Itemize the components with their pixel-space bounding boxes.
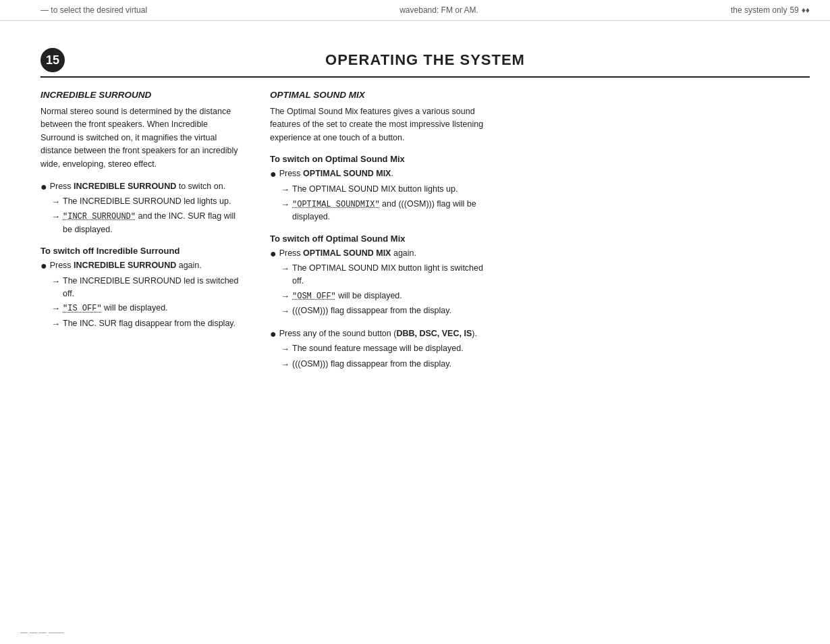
- arrow-sym-6: →: [281, 183, 289, 196]
- optimal-sound-mix-column: OPTIMAL SOUND MIX The Optimal Sound Mix …: [270, 90, 486, 373]
- top-center-text: waveband: FM or AM.: [399, 5, 478, 15]
- optimal-switch-on-text: Press OPTIMAL SOUND MIX.: [279, 167, 486, 180]
- optimal-arrow-1: → The OPTIMAL SOUND MIX button lights up…: [281, 183, 486, 196]
- page-number: 59: [790, 5, 798, 15]
- incredible-arrow-2: → "INCR SURROUND" and the INC. SUR flag …: [51, 210, 243, 236]
- arrow-sym-10: →: [281, 304, 289, 318]
- optimal-arrow-4: → "OSM OFF" will be displayed.: [281, 290, 486, 303]
- bullet-dot-1: ●: [40, 180, 47, 193]
- sound-buttons-bold: DBB, DSC, VEC, IS: [396, 329, 472, 338]
- optimal-switch-on-list: ● Press OPTIMAL SOUND MIX.: [270, 167, 486, 180]
- page-bottom: — — — ——: [20, 628, 63, 636]
- arrow-sym-1: →: [51, 195, 60, 209]
- incredible-surround-off-bold: INCREDIBLE SURROUND: [74, 261, 176, 270]
- optimal-arrow-6-text: The sound feature message will be displa…: [292, 342, 486, 355]
- incredible-surround-bold: INCREDIBLE SURROUND: [74, 182, 176, 191]
- incredible-surround-title: INCREDIBLE SURROUND: [40, 90, 243, 100]
- optimal-arrow-2: → "OPTIMAL SOUNDMIX" and (((OSM))) flag …: [281, 198, 486, 224]
- arrow-sym-3: →: [51, 275, 60, 288]
- top-left-text: — to select the desired virtual: [40, 5, 147, 15]
- incredible-switch-off-list: ● Press INCREDIBLE SURROUND again.: [40, 259, 243, 272]
- columns: INCREDIBLE SURROUND Normal stereo sound …: [40, 90, 810, 373]
- page-icon: ♦♦: [802, 5, 810, 15]
- incredible-switch-off-heading: To switch off Incredible Surround: [40, 246, 243, 256]
- incredible-arrow-1: → The INCREDIBLE SURROUND led lights up.: [51, 195, 243, 209]
- incredible-arrow-3-text: The INCREDIBLE SURROUND led is switched …: [63, 275, 243, 301]
- optimal-switch-off-heading: To switch off Optimal Sound Mix: [270, 234, 486, 244]
- optimal-sound-mix-description: The Optimal Sound Mix features gives a v…: [270, 105, 486, 144]
- bullet-dot-2: ●: [40, 259, 47, 272]
- incredible-surround-description: Normal stereo sound is determined by the…: [40, 105, 243, 171]
- optimal-sound-mix-off-bold: OPTIMAL SOUND MIX: [303, 248, 391, 258]
- optimal-arrow-3-text: The OPTIMAL SOUND MIX button light is sw…: [292, 262, 486, 288]
- top-bar: — to select the desired virtual waveband…: [0, 0, 830, 21]
- incredible-switch-off-bullet: ● Press INCREDIBLE SURROUND again.: [40, 259, 243, 272]
- incredible-switch-on-list: ● Press INCREDIBLE SURROUND to switch on…: [40, 180, 243, 193]
- page-content: 15 OPERATING THE SYSTEM INCREDIBLE SURRO…: [0, 21, 830, 393]
- bullet-dot-4: ●: [270, 247, 277, 260]
- optimal-arrow-7: → (((OSM))) flag dissappear from the dis…: [281, 358, 486, 371]
- arrow-sym-8: →: [281, 262, 289, 275]
- optimal-sound-mix-title: OPTIMAL SOUND MIX: [270, 90, 486, 100]
- incredible-arrow-5-text: The INC. SUR flag disappear from the dis…: [63, 317, 243, 330]
- top-right-label: the system only: [731, 5, 787, 15]
- optimal-arrow-5-text: (((OSM))) flag dissappear from the displ…: [292, 304, 486, 317]
- optimal-sound-button-text: Press any of the sound button (DBB, DSC,…: [279, 327, 486, 340]
- bullet-dot-3: ●: [270, 167, 277, 180]
- arrow-sym-2: →: [51, 210, 60, 223]
- optimal-arrow-7-text: (((OSM))) flag dissappear from the displ…: [292, 358, 486, 371]
- optimal-sound-mix-bold: OPTIMAL SOUND MIX: [303, 169, 391, 178]
- optimal-arrow-5: → (((OSM))) flag dissappear from the dis…: [281, 304, 486, 318]
- optimal-switch-on-heading: To switch on Optimal Sound Mix: [270, 154, 486, 164]
- incredible-arrow-3: → The INCREDIBLE SURROUND led is switche…: [51, 275, 243, 301]
- optimal-switch-off-list: ● Press OPTIMAL SOUND MIX again.: [270, 247, 486, 260]
- optimal-arrow-4-text: "OSM OFF" will be displayed.: [292, 290, 486, 303]
- optimal-switch-off-bullet: ● Press OPTIMAL SOUND MIX again.: [270, 247, 486, 260]
- arrow-sym-12: →: [281, 358, 289, 371]
- incredible-switch-on-bullet: ● Press INCREDIBLE SURROUND to switch on…: [40, 180, 243, 193]
- optimal-sound-button-bullet: ● Press any of the sound button (DBB, DS…: [270, 327, 486, 340]
- arrow-sym-7: →: [281, 198, 289, 211]
- optimal-switch-off-text: Press OPTIMAL SOUND MIX again.: [279, 247, 486, 260]
- incredible-surround-column: INCREDIBLE SURROUND Normal stereo sound …: [40, 90, 243, 332]
- arrow-sym-9: →: [281, 290, 289, 303]
- incredible-arrow-4-text: "IS OFF" will be displayed.: [63, 302, 243, 315]
- arrow-sym-11: →: [281, 342, 289, 356]
- optimal-switch-on-bullet: ● Press OPTIMAL SOUND MIX.: [270, 167, 486, 180]
- incredible-arrow-2-text: "INCR SURROUND" and the INC. SUR flag wi…: [63, 210, 243, 236]
- incredible-arrow-5: → The INC. SUR flag disappear from the d…: [51, 317, 243, 331]
- section-header: 15 OPERATING THE SYSTEM: [40, 48, 810, 78]
- section-number: 15: [40, 48, 65, 72]
- arrow-sym-5: →: [51, 317, 60, 331]
- incredible-arrow-4: → "IS OFF" will be displayed.: [51, 302, 243, 315]
- arrow-sym-4: →: [51, 302, 60, 315]
- optimal-sound-button-list: ● Press any of the sound button (DBB, DS…: [270, 327, 486, 340]
- incredible-switch-on-text: Press INCREDIBLE SURROUND to switch on.: [50, 180, 243, 193]
- bullet-dot-5: ●: [270, 327, 277, 340]
- optimal-arrow-3: → The OPTIMAL SOUND MIX button light is …: [281, 262, 486, 288]
- optimal-arrow-1-text: The OPTIMAL SOUND MIX button lights up.: [292, 183, 486, 196]
- optimal-arrow-2-text: "OPTIMAL SOUNDMIX" and (((OSM))) flag wi…: [292, 198, 486, 224]
- optimal-arrow-6: → The sound feature message will be disp…: [281, 342, 486, 356]
- section-title: OPERATING THE SYSTEM: [78, 51, 810, 69]
- incredible-arrow-1-text: The INCREDIBLE SURROUND led lights up.: [63, 195, 243, 208]
- top-right-text: the system only 59 ♦♦: [731, 5, 810, 15]
- incredible-switch-off-text: Press INCREDIBLE SURROUND again.: [50, 259, 243, 272]
